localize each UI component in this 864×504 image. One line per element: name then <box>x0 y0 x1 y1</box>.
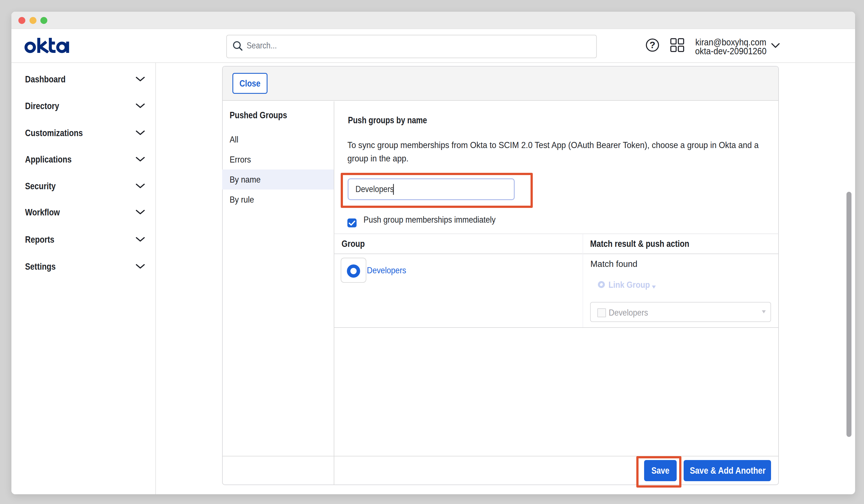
svg-text:?: ? <box>650 39 656 50</box>
